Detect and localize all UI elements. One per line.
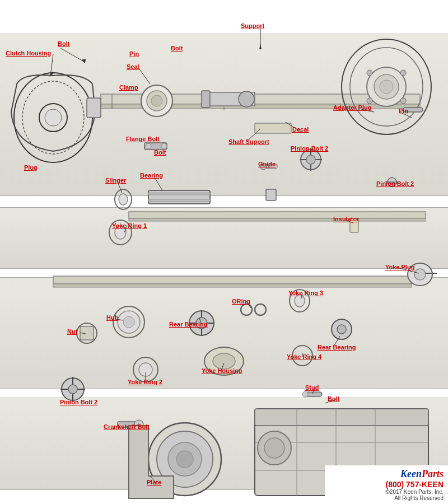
label-yoke-ring-4[interactable]: Yoke Ring 4 (287, 353, 321, 360)
label-flange-bolt[interactable]: Flange Bolt (126, 136, 160, 142)
svg-point-60 (295, 295, 305, 307)
label-rear-bearing-1[interactable]: Rear Bearing (169, 321, 207, 328)
svg-point-66 (123, 316, 134, 328)
label-insulator[interactable]: Insulator (333, 216, 359, 222)
svg-rect-43 (148, 199, 210, 202)
label-clamp[interactable]: Clamp (119, 84, 138, 91)
svg-point-14 (239, 91, 254, 107)
label-hub[interactable]: Hub (106, 314, 118, 321)
svg-point-21 (400, 70, 406, 76)
svg-point-19 (380, 80, 393, 94)
svg-line-98 (60, 48, 84, 62)
label-pin-2[interactable]: Pin (399, 108, 408, 114)
svg-point-22 (367, 98, 372, 104)
label-bearing[interactable]: Bearing (140, 172, 163, 179)
svg-point-51 (414, 269, 426, 280)
parts-diagram-svg (0, 0, 448, 504)
svg-rect-46 (266, 189, 276, 200)
svg-rect-41 (148, 190, 210, 204)
svg-point-76 (68, 385, 77, 394)
label-pin-1[interactable]: Pin (129, 50, 139, 57)
label-pinion-bolt-2b[interactable]: Pinion Bolt 2 (376, 180, 414, 187)
diagram-container: Clutch Housing Bolt Pin Seal Bolt Suppor… (0, 0, 448, 504)
svg-point-93 (264, 438, 284, 458)
svg-point-78 (302, 391, 308, 397)
svg-point-57 (241, 304, 252, 315)
label-crankshaft-bolt[interactable]: Crankshaft Bolt (104, 423, 150, 430)
label-slinger[interactable]: Slinger (105, 177, 126, 184)
label-pinion-bolt-2c[interactable]: Pinion Bolt 2 (60, 399, 97, 405)
svg-rect-8 (87, 98, 101, 118)
svg-point-62 (337, 325, 346, 334)
svg-rect-48 (53, 276, 412, 284)
svg-rect-38 (129, 218, 426, 221)
svg-rect-86 (255, 409, 428, 426)
label-guide[interactable]: Guide (258, 161, 276, 167)
svg-point-34 (161, 143, 167, 149)
label-decal[interactable]: Decal (292, 126, 309, 133)
svg-point-27 (306, 155, 315, 164)
label-yoke-ring-3[interactable]: Yoke Ring 3 (288, 290, 323, 296)
label-plug[interactable]: Plug (24, 164, 38, 171)
label-yoke-housing[interactable]: Yoke Housing (202, 367, 242, 374)
svg-line-100 (139, 68, 150, 84)
rights: All Rights Reserved (329, 495, 444, 501)
label-bolt-1[interactable]: Bolt (58, 40, 69, 47)
label-oring[interactable]: ORing (232, 298, 250, 305)
svg-point-20 (367, 70, 372, 76)
svg-rect-49 (53, 284, 412, 287)
svg-point-33 (146, 143, 151, 149)
label-bolt-3[interactable]: Bolt (154, 149, 166, 156)
label-clutch-housing[interactable]: Clutch Housing (6, 50, 51, 57)
svg-point-40 (119, 194, 128, 205)
label-shaft-support[interactable]: Shaft Support (228, 138, 269, 145)
brand-keen: Keen (400, 468, 422, 479)
label-plate[interactable]: Plate (147, 479, 161, 486)
brand-parts: Parts (422, 468, 444, 479)
label-pinion-bolt-2a[interactable]: Pinion Bolt 2 (291, 145, 328, 152)
label-seal[interactable]: Seal (127, 63, 139, 70)
label-rear-bearing-2[interactable]: Rear Bearing (318, 344, 356, 351)
footer: KeenParts (800) 757-KEEN ©2017 Keen Part… (325, 465, 448, 504)
label-yoke-ring-2[interactable]: Yoke Ring 2 (128, 379, 162, 385)
svg-point-84 (176, 451, 193, 468)
label-support[interactable]: Support (241, 22, 264, 29)
svg-point-23 (400, 98, 406, 104)
svg-point-7 (45, 109, 62, 126)
label-bolt-2[interactable]: Bolt (171, 45, 183, 52)
svg-point-58 (255, 304, 266, 315)
svg-point-70 (213, 353, 235, 369)
label-yoke-plug[interactable]: Yoke Plug (385, 264, 414, 270)
phone-number[interactable]: (800) 757-KEEN (329, 480, 444, 489)
label-nut[interactable]: Nut (67, 328, 77, 335)
label-adapter-plug[interactable]: Adapter Plug (333, 104, 371, 111)
svg-rect-37 (129, 212, 426, 218)
svg-rect-42 (148, 193, 210, 195)
svg-rect-36 (255, 123, 291, 133)
svg-rect-12 (202, 91, 210, 108)
brand-logo: KeenParts (329, 468, 444, 480)
svg-marker-97 (259, 44, 262, 49)
label-bolt-4[interactable]: Bolt (328, 395, 339, 402)
copyright: ©2017 Keen Parts, Inc. (329, 489, 444, 495)
svg-marker-99 (81, 59, 86, 63)
label-stud[interactable]: Stud (305, 384, 319, 391)
label-yoke-ring-1[interactable]: Yoke Ring 1 (112, 222, 147, 229)
svg-point-11 (151, 95, 162, 106)
